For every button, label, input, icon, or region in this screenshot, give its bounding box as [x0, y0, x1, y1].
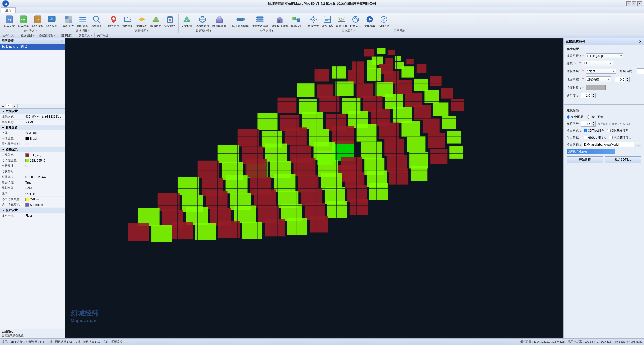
cat-arrow5: ▴ — [91, 34, 92, 37]
toolbar-btn-view-toggle[interactable]: 视图切换 — [62, 14, 75, 28]
toolbar-btn-attach-model[interactable]: 附属模型库 — [211, 14, 227, 28]
layer-manager-title: 图层管理 — [2, 39, 14, 43]
svg-rect-166 — [367, 170, 387, 187]
toolbar-group-other: 系统设置 运行日志 — [305, 14, 392, 33]
param-export-cb[interactable] — [609, 136, 613, 139]
tab-home[interactable]: 主页 — [1, 7, 16, 13]
building-layer-dropdown[interactable]: building.shp — [586, 53, 623, 58]
toolbar-btn-model-trans[interactable]: 模型转换 — [290, 14, 303, 28]
transparency-up[interactable]: ▲ — [591, 93, 595, 96]
ground-elev-type-dropdown[interactable]: 固定高程 — [586, 76, 611, 82]
load-3dtiles-button[interactable]: 载入3DTiles — [605, 156, 641, 163]
toolbar-btn-help[interactable]: ? 帮助文档 — [377, 14, 391, 28]
toolbar-btn-locate[interactable]: 地图定位 — [107, 14, 120, 28]
toolbar-btn-import-obj[interactable]: Obj 导入模型 — [31, 14, 44, 28]
toolbar-btn-op-video[interactable]: 操作视频 — [363, 14, 377, 28]
section-render[interactable]: ▼ 图层渲染 — [0, 147, 65, 152]
svg-rect-153 — [364, 158, 384, 175]
building-floors-dropdown[interactable]: height — [586, 69, 616, 74]
import-csv-label: 导入表格 — [18, 24, 29, 28]
toolbar-btn-zoom-all[interactable]: 缩放全图 — [121, 14, 134, 28]
building-id-row: 建筑ID：* ID — [567, 61, 641, 66]
format-3dtiles-cb[interactable] — [584, 129, 587, 132]
format-obj-cb[interactable] — [607, 129, 611, 132]
wall-material-color[interactable] — [586, 85, 606, 90]
scope-full-radio[interactable] — [567, 115, 570, 119]
map-area[interactable]: 幻城经纬 MagicUrban — [65, 38, 563, 338]
svg-rect-189 — [128, 223, 149, 241]
toolbar-btn-run-log[interactable]: 运行日志 — [321, 14, 334, 28]
svg-rect-186 — [305, 203, 325, 220]
layer-item[interactable]: building.shp（面状） — [0, 44, 65, 50]
svg-rect-149 — [270, 161, 291, 178]
toolbar-btn-reg[interactable]: 软件注册 — [335, 14, 348, 28]
toolbar-btn-import-scene[interactable]: 导入场景 — [45, 14, 58, 28]
toolbar-btn-sys-settings[interactable]: 系统设置 — [307, 14, 320, 28]
prop-point-symbol: 点状符号 — [0, 169, 65, 174]
ground-elev-input[interactable]: ▲ ▼ — [615, 77, 630, 82]
toolbar-btn-vec-check[interactable]: ✓ 矢量检查 — [180, 14, 194, 28]
svg-rect-13 — [69, 20, 72, 23]
toolbar-btn-layer-mgr[interactable]: 图层管理 — [76, 14, 89, 28]
ground-elev-up[interactable]: ▲ — [625, 77, 629, 80]
maximize-button[interactable]: □ — [632, 1, 636, 6]
prop-bottom-desc: 要素边线颜色设置. — [2, 334, 64, 337]
toolbar-btn-clear-map[interactable]: 清空地图 — [163, 14, 177, 28]
section-hint[interactable]: ▼ 提示设置 — [0, 208, 65, 213]
toolbar-btn-single-pipe[interactable]: 单项管网建模 — [231, 14, 250, 28]
toolbar-btn-attr-query[interactable]: 属性查询 — [90, 14, 104, 28]
floor-height-input[interactable]: ▲ ▼ — [637, 68, 644, 74]
toolbar-btn-terrain[interactable]: 地形透明 — [149, 14, 163, 28]
svg-rect-49 — [256, 21, 263, 22]
toolbar-btn-building-extrude[interactable]: 建筑拉伸建模 — [270, 14, 289, 28]
prop-tab-1[interactable]: ≡ — [0, 104, 6, 108]
tile-level-input[interactable]: ▲ ▼ — [581, 121, 596, 127]
section-divider — [564, 104, 644, 105]
transparency-input[interactable]: ▲ ▼ — [581, 93, 596, 98]
prop-tab-2[interactable]: 1 — [6, 104, 12, 108]
svg-rect-129 — [332, 126, 354, 144]
tile-up[interactable]: ▲ — [591, 121, 595, 124]
scope-selected-radio[interactable] — [587, 115, 590, 119]
svg-line-18 — [98, 21, 100, 23]
toolbar-btn-import-shp[interactable]: Shp 导入矢量 — [3, 14, 16, 28]
transparency-down[interactable]: ▼ — [591, 96, 595, 98]
close-button[interactable]: ✕ — [637, 1, 642, 6]
section-label-settings[interactable]: ▼ 标注设置 — [0, 125, 65, 130]
svg-rect-110 — [424, 90, 439, 103]
right-panel-close-button[interactable]: ✕ — [639, 40, 642, 44]
toolbar-btn-import-csv[interactable]: Csv 导入表格 — [17, 14, 30, 28]
section-data-settings[interactable]: ▼ 数据设置 — [0, 109, 65, 114]
svg-text:M: M — [4, 2, 7, 5]
svg-rect-136 — [242, 146, 263, 164]
layer-manager-close[interactable]: ✕ — [61, 39, 64, 43]
building-id-dropdown[interactable]: ID — [583, 61, 613, 66]
svg-rect-79 — [388, 50, 395, 55]
prop-tab-3[interactable]: ≡ — [12, 104, 18, 108]
toolbar-btn-coord-trans[interactable]: 坐标系转换 — [194, 14, 211, 28]
minimize-button[interactable]: － — [626, 1, 631, 6]
svg-rect-116 — [348, 111, 368, 128]
sunlight-icon — [137, 15, 146, 24]
group-label-about: 关于系统 ▸ — [394, 29, 407, 33]
param-simplify-cb[interactable] — [584, 136, 587, 139]
svg-rect-91 — [367, 68, 381, 81]
tile-down[interactable]: ▼ — [591, 124, 595, 126]
svg-rect-177 — [347, 185, 367, 202]
svg-rect-114 — [302, 112, 323, 129]
svg-rect-193 — [218, 221, 240, 238]
toolbar-btn-contact[interactable]: 联系方式 — [349, 14, 362, 28]
sel-border-swatch — [25, 198, 29, 201]
svg-text:Obj: Obj — [36, 18, 40, 21]
cat-arrow3: ▴ — [54, 34, 55, 37]
start-build-button[interactable]: 开始建模 — [567, 156, 603, 163]
svg-point-17 — [93, 16, 98, 21]
ground-elev-down[interactable]: ▼ — [625, 80, 629, 82]
attr-query-label: 属性查询 — [91, 24, 102, 28]
browse-button[interactable]: ... — [635, 142, 641, 147]
svg-rect-194 — [242, 222, 262, 239]
toolbar-btn-batch-pipe[interactable]: 批量管网建模 — [250, 14, 269, 28]
svg-rect-159 — [202, 178, 223, 196]
toolbar-btn-sunlight[interactable]: 太阳光照 — [135, 14, 149, 28]
output-path-input[interactable] — [583, 142, 634, 147]
